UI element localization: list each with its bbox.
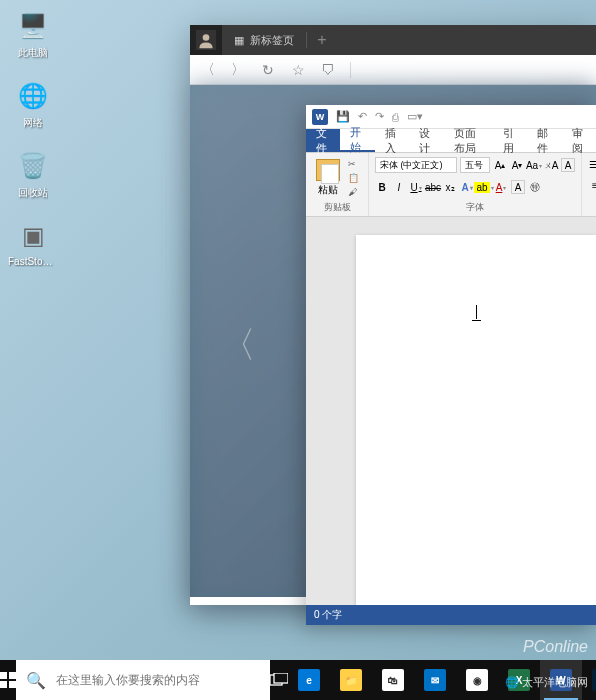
strikethrough-button[interactable]: abc	[426, 180, 440, 194]
tab-design[interactable]: 设计	[409, 129, 443, 152]
tab-review[interactable]: 审阅	[562, 129, 596, 152]
phonetic-guide-button[interactable]: ㄨA	[544, 158, 558, 172]
taskbar-item-mail[interactable]: ✉	[414, 660, 456, 700]
favorite-button[interactable]: ☆	[290, 62, 306, 78]
task-view-button[interactable]	[270, 660, 288, 700]
group-label: 字体	[375, 199, 575, 214]
back-button[interactable]: 〈	[200, 61, 216, 79]
tab-home[interactable]: 开始	[340, 129, 374, 152]
bullets-button[interactable]: ☰▾	[588, 157, 596, 171]
profile-avatar-icon	[196, 30, 216, 50]
app-icon: ▣	[17, 220, 49, 252]
change-case-button[interactable]: Aa▾	[527, 158, 541, 172]
char-shading-button[interactable]: A	[511, 180, 525, 194]
ribbon-tabs: 文件 开始 插入 设计 页面布局 引用 邮件 审阅	[306, 129, 596, 153]
taskbar-search[interactable]: 🔍	[16, 660, 270, 700]
desktop-icon-network[interactable]: 🌐 网络	[8, 80, 58, 130]
text-cursor	[476, 305, 477, 319]
text-effects-button[interactable]: A▾	[460, 180, 474, 194]
explorer-icon: 📁	[340, 669, 362, 691]
browser-profile-button[interactable]	[190, 25, 222, 55]
forward-button[interactable]: 〉	[230, 61, 246, 79]
tab-file[interactable]: 文件	[306, 129, 340, 152]
document-page[interactable]	[356, 235, 596, 605]
start-button[interactable]	[0, 660, 16, 700]
tab-label: 新标签页	[250, 33, 294, 48]
tab-insert[interactable]: 插入	[375, 129, 409, 152]
ribbon-group-font: 宋体 (中文正文) 五号 A▴ A▾ Aa▾ ㄨA A B I U▾ abc x…	[369, 153, 582, 216]
desktop-icons: 🖥️ 此电脑 🌐 网络 🗑️ 回收站 ▣ FastStone Capture 9…	[8, 10, 58, 267]
cut-button[interactable]: ✂	[348, 159, 362, 171]
save-button[interactable]: 💾	[336, 110, 350, 123]
italic-button[interactable]: I	[392, 180, 406, 194]
underline-button[interactable]: U▾	[409, 180, 423, 194]
desktop-icon-computer[interactable]: 🖥️ 此电脑	[8, 10, 58, 60]
photoshop-icon: Ps	[592, 669, 596, 691]
format-painter-button[interactable]: 🖌	[348, 187, 362, 199]
ribbon-group-clipboard: 粘贴 ✂ 📋 🖌 剪贴板	[306, 153, 369, 216]
highlight-button[interactable]: ab▾	[477, 180, 491, 194]
qat-more[interactable]: ⎙	[392, 111, 399, 123]
decrease-font-button[interactable]: A▾	[510, 158, 524, 172]
word-count[interactable]: 0 个字	[314, 608, 342, 622]
copy-button[interactable]: 📋	[348, 173, 362, 185]
browser-toolbar: 〈 〉 ↻ ☆ ⛉	[190, 55, 596, 85]
icon-label: 此电脑	[18, 46, 48, 60]
watermark-sub: 🌐 太平洋电脑网	[505, 675, 588, 690]
chrome-icon: ◉	[466, 669, 488, 691]
ribbon: 粘贴 ✂ 📋 🖌 剪贴板 宋体 (中文正文) 五号 A▴ A▾ Aa▾ ㄨA	[306, 153, 596, 217]
svg-rect-5	[9, 681, 16, 688]
svg-rect-4	[0, 681, 7, 688]
carousel-prev-icon[interactable]: 〈	[220, 321, 256, 370]
tab-references[interactable]: 引用	[493, 129, 527, 152]
icon-label: FastStone Capture 9...	[8, 256, 58, 267]
paste-label: 粘贴	[318, 183, 338, 197]
svg-point-1	[203, 34, 210, 41]
document-area[interactable]	[306, 217, 596, 605]
mail-icon: ✉	[424, 669, 446, 691]
subscript-button[interactable]: x₂	[443, 180, 457, 194]
recycle-icon: 🗑️	[17, 150, 49, 182]
shield-icon[interactable]: ⛉	[320, 62, 336, 78]
taskbar-item-edge[interactable]: e	[288, 660, 330, 700]
windows-icon	[0, 672, 16, 688]
grid-icon: ▦	[234, 34, 244, 47]
svg-rect-3	[9, 672, 16, 679]
icon-label: 回收站	[18, 186, 48, 200]
redo-button[interactable]: ↷	[375, 110, 384, 123]
taskbar-item-explorer[interactable]: 📁	[330, 660, 372, 700]
desktop-icon-faststone[interactable]: ▣ FastStone Capture 9...	[8, 220, 58, 267]
new-tab-button[interactable]: +	[307, 31, 337, 49]
divider	[350, 62, 351, 78]
status-bar: 0 个字	[306, 605, 596, 625]
enclose-char-button[interactable]: ㊕	[528, 180, 542, 194]
font-size-select[interactable]: 五号	[460, 157, 490, 173]
paste-button[interactable]: 粘贴	[312, 157, 344, 199]
ribbon-group-paragraph: ☰▾ ⅛▾ ≡ ≡	[582, 153, 596, 216]
increase-font-button[interactable]: A▴	[493, 158, 507, 172]
browser-tab[interactable]: ▦ 新标签页	[222, 25, 306, 55]
word-app-icon[interactable]: W	[312, 109, 328, 125]
taskbar-item-store[interactable]: 🛍	[372, 660, 414, 700]
taskbar-item-chrome[interactable]: ◉	[456, 660, 498, 700]
qat-custom[interactable]: ▭▾	[407, 110, 423, 123]
svg-rect-2	[0, 672, 7, 679]
browser-tabbar: ▦ 新标签页 +	[190, 25, 596, 55]
tab-layout[interactable]: 页面布局	[444, 129, 493, 152]
font-color-button[interactable]: A▾	[494, 180, 508, 194]
group-label: 剪贴板	[312, 199, 362, 214]
watermark-main: PConline	[523, 638, 588, 656]
font-name-select[interactable]: 宋体 (中文正文)	[375, 157, 457, 173]
search-input[interactable]	[56, 673, 260, 687]
undo-button[interactable]: ↶	[358, 110, 367, 123]
char-border-button[interactable]: A	[561, 158, 575, 172]
taskview-icon	[270, 673, 288, 687]
network-icon: 🌐	[17, 80, 49, 112]
desktop-icon-recycle[interactable]: 🗑️ 回收站	[8, 150, 58, 200]
tab-mailings[interactable]: 邮件	[527, 129, 561, 152]
svg-rect-7	[274, 673, 288, 683]
align-left-button[interactable]: ≡	[588, 178, 596, 192]
bold-button[interactable]: B	[375, 180, 389, 194]
reload-button[interactable]: ↻	[260, 62, 276, 78]
search-icon: 🔍	[26, 671, 46, 690]
